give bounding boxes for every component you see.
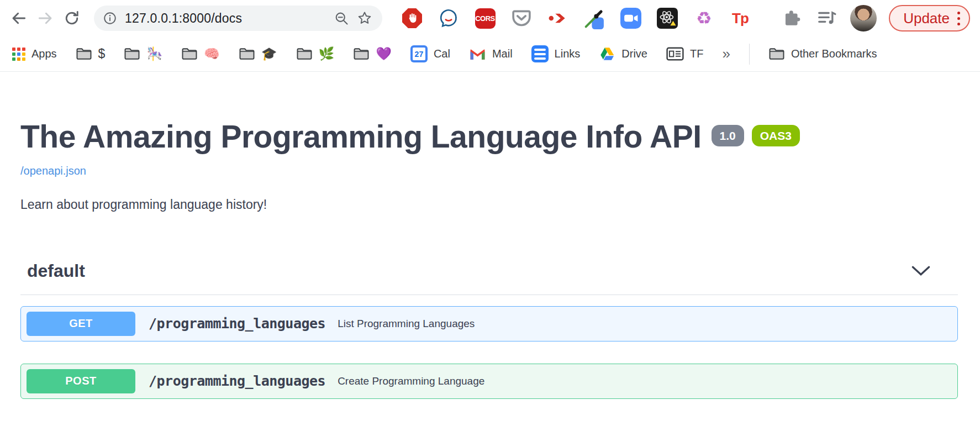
bookmark-label: Drive	[621, 48, 647, 60]
toolbar-right-cluster: Update	[782, 5, 970, 31]
drive-icon	[599, 46, 615, 62]
bookmark-links[interactable]: Links	[531, 45, 581, 62]
tp-logo: Tp	[732, 10, 749, 27]
swagger-page: The Amazing Programming Language Info AP…	[0, 120, 980, 399]
playlist-music-icon	[816, 8, 837, 29]
bookmarks-overflow-chevron[interactable]: »	[722, 45, 730, 62]
recycle-extension-icon[interactable]: ♻	[693, 7, 715, 29]
bookmark-label: TF	[690, 48, 703, 60]
pocket-icon	[511, 8, 532, 29]
bookmark-mail[interactable]: Mail	[469, 48, 513, 61]
reload-button[interactable]	[59, 5, 85, 31]
bookmark-drive[interactable]: Drive	[599, 46, 647, 62]
speech-bubble-icon	[438, 8, 459, 29]
oas-badge: OAS3	[752, 125, 800, 146]
adblock-extension-icon[interactable]	[401, 7, 423, 29]
bookmark-label: 🎓	[261, 48, 277, 60]
bookmark-label: 🧠	[204, 48, 220, 60]
recycle-icon: ♻	[696, 9, 712, 27]
bookmark-label: Other Bookmarks	[791, 48, 877, 60]
endpoint-row-post[interactable]: POST /programming_languages Create Progr…	[20, 364, 958, 399]
forward-button[interactable]	[32, 5, 59, 31]
url-text[interactable]: 127.0.0.1:8000/docs	[125, 11, 326, 26]
back-button[interactable]	[6, 5, 32, 31]
red-arrow-icon	[547, 8, 568, 29]
section-default-header[interactable]: default	[20, 261, 958, 295]
stop-hand-icon	[402, 8, 422, 28]
bookmark-folder-herb[interactable]: 🌿	[296, 47, 335, 61]
bookmark-calendar[interactable]: 27 Cal	[410, 45, 450, 62]
pocket-extension-icon[interactable]	[510, 7, 533, 29]
folder-icon	[296, 47, 313, 61]
bookmark-label: Links	[555, 48, 581, 60]
zoom-out-icon[interactable]	[334, 10, 349, 26]
endpoint-row-get[interactable]: GET /programming_languages List Programm…	[20, 306, 958, 341]
eyedropper-icon	[583, 7, 605, 30]
forward-icon	[36, 9, 54, 27]
folder-icon	[181, 47, 198, 61]
method-badge[interactable]: GET	[27, 312, 135, 336]
bookmark-apps[interactable]: Apps	[12, 48, 57, 61]
folder-icon	[768, 47, 785, 61]
chat-extension-icon[interactable]	[438, 7, 460, 29]
reload-icon	[64, 10, 80, 27]
version-badge: 1.0	[712, 125, 744, 146]
chevron-down-icon[interactable]	[910, 265, 931, 277]
cors-badge: CORS	[475, 8, 496, 29]
bookmark-label: 💜	[376, 48, 392, 60]
method-badge[interactable]: POST	[27, 369, 135, 393]
endpoint-path: /programming_languages	[149, 316, 325, 332]
bookmark-label: Cal	[434, 48, 450, 60]
other-bookmarks[interactable]: Other Bookmarks	[768, 47, 877, 61]
endpoint-summary: Create Programming Language	[338, 375, 484, 387]
bookmark-label: Apps	[31, 48, 57, 60]
extensions-menu-button[interactable]	[782, 7, 804, 29]
bookmark-folder-carousel[interactable]: 🎠	[124, 47, 162, 61]
openapi-link[interactable]: /openapi.json	[20, 165, 86, 177]
bookmark-folder-heart[interactable]: 💜	[353, 47, 392, 61]
color-picker-extension-icon[interactable]	[583, 7, 605, 29]
bookmark-label: Mail	[492, 48, 513, 60]
bookmark-folder-dollar[interactable]: $	[76, 47, 106, 61]
browser-toolbar: 127.0.0.1:8000/docs CORS	[0, 0, 980, 36]
update-label: Update	[903, 10, 950, 27]
section-name: default	[27, 261, 85, 281]
folder-icon	[76, 47, 92, 61]
bookmark-label: 🌿	[319, 48, 335, 60]
endpoint-summary: List Programming Languages	[338, 318, 475, 330]
bookmark-star-icon[interactable]	[357, 10, 372, 26]
calendar-day: 27	[413, 48, 425, 60]
bookmark-label: 🎠	[146, 48, 162, 60]
zoom-extension-icon[interactable]	[620, 7, 642, 29]
media-playlist-button[interactable]	[816, 7, 838, 29]
api-title: The Amazing Programming Language Info AP…	[20, 120, 702, 154]
video-camera-icon	[620, 8, 641, 29]
folder-icon	[239, 47, 255, 61]
puzzle-icon	[783, 8, 803, 28]
react-devtools-extension-icon[interactable]	[656, 7, 678, 29]
bookmark-folder-brain[interactable]: 🧠	[181, 47, 220, 61]
calendar-icon: 27	[410, 45, 428, 62]
cors-extension-icon[interactable]: CORS	[474, 7, 496, 29]
endpoint-path: /programming_languages	[149, 373, 325, 389]
site-info-icon[interactable]	[103, 11, 117, 25]
tf-card-icon	[666, 47, 684, 61]
api-badges: 1.0 OAS3	[712, 125, 800, 146]
textpander-extension-icon[interactable]: Tp	[729, 7, 751, 29]
address-bar[interactable]: 127.0.0.1:8000/docs	[94, 6, 382, 31]
react-atom-icon	[657, 8, 678, 29]
share-arrow-extension-icon[interactable]	[547, 7, 569, 29]
bookmark-tf[interactable]: TF	[666, 47, 703, 61]
bookmarks-divider	[749, 44, 750, 65]
browser-menu-dots-icon[interactable]	[957, 12, 960, 25]
api-title-row: The Amazing Programming Language Info AP…	[20, 120, 958, 154]
bookmark-folder-graduation[interactable]: 🎓	[239, 47, 277, 61]
back-icon	[10, 9, 28, 27]
update-button[interactable]: Update	[889, 5, 970, 31]
folder-icon	[353, 47, 370, 61]
apps-grid-icon	[12, 48, 25, 61]
links-icon	[531, 45, 549, 62]
extensions-strip: CORS ♻ Tp	[401, 7, 751, 29]
folder-icon	[124, 47, 140, 61]
profile-avatar[interactable]	[850, 5, 877, 31]
